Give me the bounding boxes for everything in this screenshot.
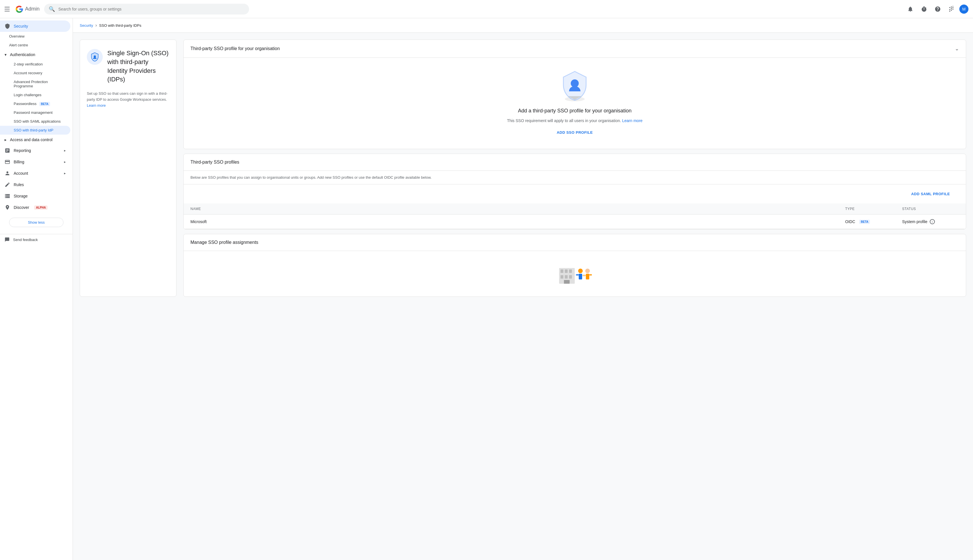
svg-rect-5 <box>561 270 563 273</box>
passwordless-badge: BETA <box>39 102 50 106</box>
discover-label: Discover <box>14 205 29 210</box>
empty-state-learn-more[interactable]: Learn more <box>622 118 643 123</box>
cell-status: System profile i <box>902 219 959 224</box>
svg-rect-6 <box>565 270 567 273</box>
sidebar: Security Overview Alert centre ▾ Authent… <box>0 18 73 560</box>
left-panel-title: Single Sign-On (SSO) with third-party Id… <box>107 49 169 84</box>
sidebar-item-2step[interactable]: 2-step verification <box>0 60 70 68</box>
third-party-sso-profile-title: Third-party SSO profile for your organis… <box>190 46 280 51</box>
sidebar-item-rules[interactable]: Rules <box>0 179 70 190</box>
sidebar-item-sso-saml[interactable]: SSO with SAML applications <box>0 117 70 126</box>
search-input[interactable] <box>58 7 245 12</box>
apps-icon[interactable] <box>946 3 957 15</box>
show-less-button[interactable]: Show less <box>9 218 63 227</box>
sso-profiles-header[interactable]: Third-party SSO profiles <box>184 154 966 171</box>
svg-rect-8 <box>561 275 563 278</box>
third-party-sso-profile-header[interactable]: Third-party SSO profile for your organis… <box>184 40 966 58</box>
manage-sso-card: Manage SSO profile assignments <box>183 234 966 297</box>
sidebar-item-storage[interactable]: Storage <box>0 190 70 202</box>
sso-shield-icon <box>87 49 103 65</box>
rules-icon <box>5 182 10 188</box>
discover-icon <box>5 205 10 210</box>
sidebar-item-discover[interactable]: Discover ALPHA <box>0 202 70 213</box>
reporting-icon <box>5 148 10 153</box>
notifications-icon[interactable] <box>905 3 916 15</box>
manage-sso-body <box>184 251 966 297</box>
table-row[interactable]: Microsoft OIDC BETA System profile i <box>184 215 966 229</box>
add-sso-profile-button[interactable]: ADD SSO PROFILE <box>550 127 600 137</box>
hamburger-icon[interactable] <box>5 6 12 13</box>
manage-sso-header[interactable]: Manage SSO profile assignments <box>184 234 966 251</box>
sidebar-item-sso-third-party[interactable]: SSO with third-party IdP <box>0 126 70 135</box>
breadcrumb-separator: › <box>95 23 97 28</box>
main-content: Security › SSO with third-party IDPs <box>73 18 973 560</box>
show-less-container: Show less <box>0 213 73 232</box>
feedback-icon <box>5 237 10 242</box>
svg-rect-16 <box>586 274 589 280</box>
account-label: Account <box>14 171 28 175</box>
sidebar-item-account[interactable]: Account ▸ <box>0 168 70 179</box>
sidebar-item-login-challenges[interactable]: Login challenges <box>0 90 70 99</box>
collapse-icon: ⌄ <box>955 45 959 52</box>
billing-chevron: ▸ <box>64 160 66 164</box>
send-feedback-label: Send feedback <box>13 238 38 242</box>
svg-point-18 <box>582 275 586 276</box>
svg-point-1 <box>93 55 96 58</box>
sidebar-item-authentication[interactable]: ▾ Authentication <box>0 50 70 60</box>
google-logo: Admin <box>15 5 40 14</box>
security-icon <box>5 23 10 29</box>
svg-rect-7 <box>569 270 572 273</box>
svg-rect-11 <box>564 280 570 284</box>
sidebar-item-password-management[interactable]: Password management <box>0 108 70 117</box>
rules-label: Rules <box>14 182 24 187</box>
svg-point-12 <box>578 268 583 273</box>
svg-rect-9 <box>565 275 567 278</box>
password-management-label: Password management <box>14 110 53 115</box>
send-feedback[interactable]: Send feedback <box>0 234 73 245</box>
main-layout: Security Overview Alert centre ▾ Authent… <box>0 18 973 560</box>
breadcrumb-security-link[interactable]: Security <box>80 23 93 28</box>
sidebar-item-passwordless[interactable]: Passwordless BETA <box>0 99 70 108</box>
sidebar-item-access-data-control[interactable]: ▸ Access and data control <box>0 135 70 145</box>
sidebar-item-billing[interactable]: Billing ▸ <box>0 156 70 168</box>
storage-label: Storage <box>14 194 28 198</box>
account-chevron: ▸ <box>64 171 66 175</box>
sidebar-item-alert-centre[interactable]: Alert centre <box>0 41 70 50</box>
cell-type: OIDC BETA <box>845 219 902 224</box>
add-saml-profile-button[interactable]: ADD SAML PROFILE <box>905 189 957 199</box>
sidebar-item-reporting[interactable]: Reporting ▸ <box>0 145 70 156</box>
passwordless-label: Passwordless <box>14 102 37 106</box>
sidebar-item-security[interactable]: Security <box>0 20 70 32</box>
sso-saml-label: SSO with SAML applications <box>14 119 61 123</box>
help-icon[interactable] <box>932 3 943 15</box>
sso-third-party-label: SSO with third-party IdP <box>14 128 53 132</box>
info-icon[interactable]: i <box>930 219 935 224</box>
timer-icon[interactable] <box>918 3 930 15</box>
access-data-control-label: Access and data control <box>10 137 52 142</box>
discover-badge: ALPHA <box>34 205 47 210</box>
chevron-down-icon: ▾ <box>5 52 7 57</box>
topbar-left: Admin <box>5 5 40 14</box>
manage-sso-illustration <box>557 262 592 285</box>
admin-text: Admin <box>25 6 40 12</box>
two-step-label: 2-step verification <box>14 62 43 66</box>
sidebar-item-overview[interactable]: Overview <box>0 32 70 41</box>
login-challenges-label: Login challenges <box>14 93 42 97</box>
third-party-sso-profile-card: Third-party SSO profile for your organis… <box>183 40 966 149</box>
cell-name: Microsoft <box>190 219 845 224</box>
advanced-protection-label: Advanced Protection Programme <box>14 80 48 88</box>
avatar[interactable]: M <box>959 5 968 14</box>
authentication-label: Authentication <box>10 52 35 57</box>
left-panel-header: Single Sign-On (SSO) with third-party Id… <box>87 49 169 84</box>
col-type: Type <box>845 207 902 211</box>
billing-icon <box>5 159 10 165</box>
reporting-chevron: ▸ <box>64 148 66 153</box>
left-panel-learn-more[interactable]: Learn more <box>87 103 106 108</box>
svg-point-3 <box>571 79 579 87</box>
search-icon: 🔍 <box>49 6 55 12</box>
sidebar-item-account-recovery[interactable]: Account recovery <box>0 68 70 77</box>
sidebar-item-advanced-protection[interactable]: Advanced Protection Programme <box>0 77 70 90</box>
third-party-sso-profile-empty: Add a third-party SSO profile for your o… <box>184 58 966 149</box>
search-bar[interactable]: 🔍 <box>44 4 249 15</box>
chevron-right-icon: ▸ <box>5 137 7 142</box>
